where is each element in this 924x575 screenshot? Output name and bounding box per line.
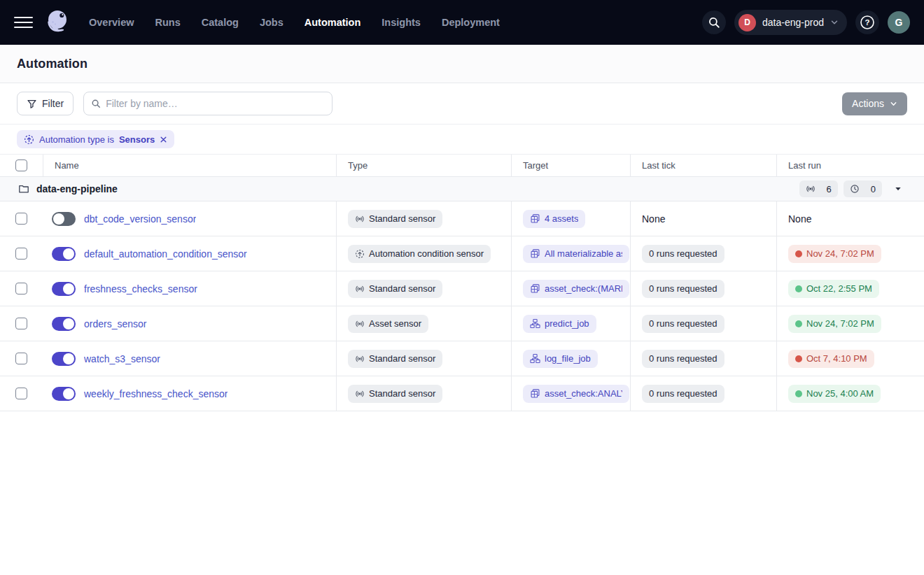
sensor-target-link[interactable]: asset_check:(MARK <box>523 280 629 298</box>
sensor-toggle[interactable] <box>52 317 76 331</box>
repo-group-row[interactable]: data-eng-pipeline 6 0 <box>0 177 924 201</box>
last-run-time: Oct 7, 4:10 PM <box>806 353 867 364</box>
page-title: Automation <box>17 57 88 71</box>
collapse-caret-icon[interactable] <box>892 183 904 195</box>
sensor-type-badge: Automation condition sensor <box>348 245 491 263</box>
chevron-down-icon <box>890 100 897 108</box>
nav-item-catalog[interactable]: Catalog <box>202 17 239 28</box>
nav-item-runs[interactable]: Runs <box>155 17 181 28</box>
last-run-badge[interactable]: Oct 22, 2:55 PM <box>788 280 879 298</box>
nav-item-insights[interactable]: Insights <box>382 17 421 28</box>
filter-button[interactable]: Filter <box>17 92 74 115</box>
column-header-last-run: Last run <box>777 155 924 176</box>
asset-icon <box>530 213 540 224</box>
job-icon <box>530 353 540 364</box>
nav-items: OverviewRunsCatalogJobsAutomationInsight… <box>89 17 500 28</box>
job-icon <box>530 318 540 329</box>
row-checkbox[interactable] <box>15 353 27 364</box>
sensor-name-link[interactable]: default_automation_condition_sensor <box>84 248 247 260</box>
schedule-count-badge: 0 <box>844 180 882 197</box>
deployment-switcher[interactable]: D data-eng-prod <box>734 10 847 35</box>
last-tick-badge: 0 runs requested <box>642 350 724 368</box>
filter-chip-automation-type[interactable]: Automation type is Sensors <box>17 130 174 148</box>
help-button[interactable]: ? <box>855 10 879 34</box>
name-filter-box <box>83 92 332 115</box>
asset-icon <box>530 248 540 259</box>
row-checkbox[interactable] <box>15 318 27 329</box>
help-icon: ? <box>859 14 876 31</box>
nav-item-jobs[interactable]: Jobs <box>260 17 284 28</box>
actions-button[interactable]: Actions <box>842 92 907 115</box>
search-icon <box>708 16 720 29</box>
last-run-badge[interactable]: Nov 24, 7:02 PM <box>788 315 881 333</box>
sensor-icon <box>806 184 816 194</box>
header-checkbox-cell <box>0 155 43 176</box>
sensor-toggle[interactable] <box>52 282 76 296</box>
hamburger-menu-icon[interactable] <box>14 17 33 29</box>
dagster-logo-icon[interactable] <box>43 7 74 38</box>
run-status-dot-icon <box>795 390 802 397</box>
sensor-name-link[interactable]: weekly_freshness_check_sensor <box>84 388 227 399</box>
asset-icon <box>530 388 540 399</box>
table-body: dbt_code_version_sensor Standard sensor … <box>0 201 924 411</box>
asset-icon <box>530 283 540 294</box>
filter-button-label: Filter <box>42 98 64 109</box>
chevron-down-icon <box>830 18 839 27</box>
row-checkbox[interactable] <box>15 248 27 260</box>
schedule-count: 0 <box>871 184 876 194</box>
top-nav: OverviewRunsCatalogJobsAutomationInsight… <box>0 0 924 45</box>
sensor-name-link[interactable]: watch_s3_sensor <box>84 353 160 364</box>
filter-chip-value: Sensors <box>119 134 155 145</box>
run-status-dot-icon <box>795 285 802 292</box>
sensor-target-link[interactable]: 4 assets <box>523 210 585 228</box>
sensor-type-badge: Standard sensor <box>348 210 442 228</box>
nav-item-automation[interactable]: Automation <box>304 17 361 28</box>
sensor-count: 6 <box>827 184 832 194</box>
funnel-icon <box>27 99 37 109</box>
search-button[interactable] <box>702 10 726 34</box>
filter-chip-label: Automation type is <box>39 134 114 145</box>
close-icon[interactable] <box>160 136 167 143</box>
sensor-name-link[interactable]: freshness_checks_sensor <box>84 283 197 294</box>
run-status-dot-icon <box>795 320 802 327</box>
sensor-type-badge: Standard sensor <box>348 385 442 403</box>
sensor-type-badge: Asset sensor <box>348 315 428 333</box>
automation-condition-icon <box>24 134 34 145</box>
sensor-row: watch_s3_sensor Standard sensor log_file… <box>0 341 924 376</box>
sensor-row: default_automation_condition_sensor Auto… <box>0 236 924 271</box>
name-filter-input[interactable] <box>106 98 325 109</box>
sensor-toggle[interactable] <box>52 352 76 366</box>
row-checkbox[interactable] <box>15 388 27 399</box>
sensor-toggle[interactable] <box>52 247 76 261</box>
last-run-badge[interactable]: Oct 7, 4:10 PM <box>788 350 874 368</box>
row-checkbox[interactable] <box>15 213 27 225</box>
sensor-row: weekly_freshness_check_sensor Standard s… <box>0 376 924 411</box>
last-run-time: Nov 24, 7:02 PM <box>806 318 874 329</box>
sensor-row: freshness_checks_sensor Standard sensor … <box>0 271 924 306</box>
row-checkbox[interactable] <box>15 283 27 294</box>
nav-item-overview[interactable]: Overview <box>89 17 134 28</box>
user-avatar[interactable]: G <box>888 11 910 34</box>
page-titlebar: Automation <box>0 45 924 83</box>
sensor-target-link[interactable]: predict_job <box>523 315 596 333</box>
last-run-badge[interactable]: Nov 25, 4:00 AM <box>788 385 881 403</box>
sensor-target-link[interactable]: log_file_job <box>523 350 598 368</box>
sensor-toggle[interactable] <box>52 387 76 401</box>
sensor-count-badge: 6 <box>799 180 838 197</box>
sensor-name-link[interactable]: dbt_code_version_sensor <box>84 213 196 225</box>
sensor-target-link[interactable]: All materializable as <box>523 245 629 263</box>
run-status-dot-icon <box>795 355 802 362</box>
deployment-name: data-eng-prod <box>762 17 824 28</box>
sensor-row: dbt_code_version_sensor Standard sensor … <box>0 201 924 236</box>
sensor-name-link[interactable]: orders_sensor <box>84 318 147 329</box>
last-tick-badge: 0 runs requested <box>642 385 724 403</box>
sensor-icon <box>355 284 365 294</box>
nav-item-deployment[interactable]: Deployment <box>442 17 500 28</box>
select-all-checkbox[interactable] <box>15 159 27 171</box>
sensor-target-link[interactable]: asset_check:ANALY <box>523 385 629 403</box>
actions-button-label: Actions <box>852 98 884 109</box>
sensor-toggle[interactable] <box>52 212 76 226</box>
last-tick-badge: 0 runs requested <box>642 280 724 298</box>
last-tick-badge: 0 runs requested <box>642 315 724 333</box>
last-run-badge[interactable]: Nov 24, 7:02 PM <box>788 245 881 263</box>
